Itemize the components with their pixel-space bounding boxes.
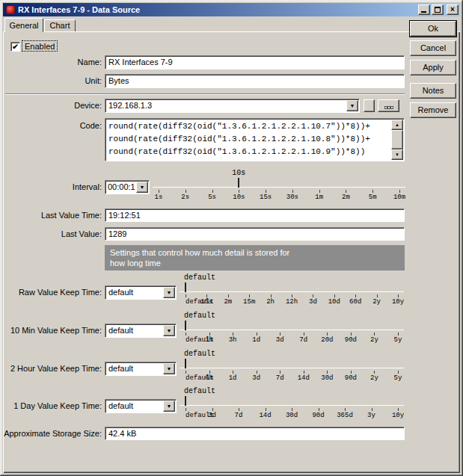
slider-thumb[interactable] [185, 359, 186, 368]
slider-tick [185, 333, 186, 336]
chevron-down-icon[interactable]: ▼ [346, 100, 358, 111]
slider-tick-label: 30s [286, 194, 298, 201]
slider-tick-label: 2h [266, 298, 275, 306]
enabled-checkbox[interactable]: ✔ [10, 42, 20, 52]
slider-tick-label: 3d [252, 374, 260, 382]
slider-tick [351, 371, 352, 374]
slider-tick-label: 3h [229, 336, 237, 344]
slider-tick-label: 90d [312, 412, 324, 419]
day1-keep-slider[interactable]: default3d7d14d30d90d365d3y10ydefault [180, 387, 404, 420]
enabled-label[interactable]: Enabled [22, 40, 58, 52]
maximize-button[interactable] [432, 4, 444, 15]
cancel-button[interactable]: Cancel [410, 40, 456, 56]
device-aux-button[interactable] [364, 99, 375, 112]
slider-tick [185, 190, 186, 193]
code-line: round(rate(diff32(oid("1.3.6.1.2.1.2.2.1… [108, 133, 390, 146]
last-value-time-label: Last Value Time: [41, 208, 102, 223]
slider-tick-label: 7d [235, 412, 243, 419]
slider-thumb[interactable] [185, 282, 186, 292]
device-select[interactable]: 192.168.1.3 ▼ [105, 99, 360, 113]
scroll-up-icon[interactable]: ▲ [391, 120, 403, 130]
slider-tick-label: 14d [259, 412, 271, 419]
slider-tick [159, 190, 159, 193]
chevron-down-icon[interactable]: ▼ [163, 325, 175, 336]
slider-thumb[interactable] [238, 178, 239, 188]
slider-tick [292, 294, 292, 297]
slider-tick-label: 2y [370, 336, 378, 344]
device-select-value: 192.168.1.3 [108, 101, 346, 110]
code-editor[interactable]: round(rate(diff32(oid("1.3.6.1.2.1.2.2.1… [105, 118, 405, 161]
slider-tick-label: 5y [394, 336, 402, 344]
slider-track[interactable] [180, 405, 404, 406]
chevron-down-icon[interactable]: ▼ [136, 182, 148, 193]
raw-keep-select-value: default [108, 288, 162, 297]
chevron-down-icon[interactable]: ▼ [163, 401, 175, 412]
unit-input[interactable]: Bytes [105, 74, 405, 88]
slider-tick-label: 3d [276, 336, 284, 344]
interval-select[interactable]: 00:00:10 ▼ [105, 180, 150, 194]
chevron-down-icon[interactable]: ▼ [163, 363, 175, 374]
slider-tick [319, 190, 320, 193]
code-scrollbar[interactable]: ▲ ▼ [391, 120, 403, 160]
ok-button[interactable]: Ok [410, 21, 456, 37]
slider-tick [280, 333, 280, 336]
slider-tick-label: 20d [321, 336, 333, 344]
slider-tick [266, 408, 266, 411]
slider-tick-label: 12h [286, 298, 298, 306]
slider-tick [212, 190, 213, 193]
slider-tick [249, 294, 250, 297]
slider-tick-label: 3y [367, 412, 375, 419]
slider-tick [257, 333, 257, 336]
slider-thumb[interactable] [185, 396, 186, 406]
slider-tick [398, 294, 399, 297]
raw-keep-label: Raw Value Keep Time: [19, 285, 102, 300]
slider-tick-label: 2s [181, 194, 189, 201]
raw-keep-select[interactable]: default ▼ [105, 285, 177, 300]
notes-button[interactable]: Notes [410, 83, 456, 99]
remove-button[interactable]: Remove [410, 102, 456, 118]
slider-tick [327, 371, 328, 374]
titlebar[interactable]: RX Interfaces 7-9 - Data Source × [3, 3, 460, 16]
day1-keep-select[interactable]: default ▼ [105, 399, 177, 413]
tab-general[interactable]: General [4, 18, 43, 32]
scrollbar-thumb[interactable] [391, 130, 403, 149]
min10-keep-select[interactable]: default ▼ [105, 324, 177, 338]
slider-track[interactable] [180, 368, 404, 368]
hour2-keep-select[interactable]: default ▼ [105, 362, 177, 376]
storage-size-label: Approximate Storage Size: [4, 427, 102, 441]
slider-tick [398, 408, 399, 411]
slider-track[interactable] [153, 187, 405, 188]
apply-button[interactable]: Apply [410, 60, 456, 75]
slider-tick [374, 371, 375, 374]
slider-tick [209, 333, 210, 336]
slider-tick-label: 2y [370, 374, 378, 382]
name-input[interactable]: RX Interfaces 7-9 [105, 55, 405, 69]
slider-tick [185, 408, 186, 411]
info-box-line: Settings that control how much detail is… [110, 247, 405, 258]
storage-size-field: 42.4 kB [105, 427, 405, 440]
slider-thumb[interactable] [185, 321, 186, 330]
info-box: Settings that control how much detail is… [105, 245, 405, 271]
slider-tick [206, 294, 207, 297]
raw-keep-slider[interactable]: default15s2m15m2h12h3d10d60d2y10ydefault [180, 273, 404, 306]
slider-value-label: default [184, 273, 215, 282]
scroll-down-icon[interactable]: ▼ [391, 149, 403, 160]
min10-keep-slider[interactable]: default1h3h1d3d7d20d90d2y5ydefault [180, 312, 404, 344]
interval-select-value: 00:00:10 [108, 182, 135, 191]
device-browse-button[interactable] [378, 99, 399, 112]
chevron-down-icon[interactable]: ▼ [163, 287, 175, 298]
code-line: round(rate(diff32(oid("1.3.6.1.2.1.2.2.1… [108, 120, 390, 133]
tab-chart[interactable]: Chart [44, 19, 76, 31]
slider-tick-label: 90d [345, 336, 357, 344]
slider-tick [398, 371, 399, 374]
close-button[interactable]: × [447, 4, 459, 15]
slider-tick-label: 1s [155, 194, 163, 201]
hour2-keep-slider[interactable]: default6h1d3d7d14d30d90d2y5ydefault [180, 350, 404, 383]
interval-slider[interactable]: 1s2s5s10s15s30s1m2m5m10m10s [153, 169, 405, 202]
minimize-button[interactable] [418, 4, 430, 15]
slider-track[interactable] [180, 291, 404, 292]
slider-track[interactable] [180, 330, 404, 330]
slider-tick-label: 15s [260, 194, 272, 201]
maximize-icon [435, 7, 441, 13]
slider-tick-label: 10y [392, 298, 404, 306]
